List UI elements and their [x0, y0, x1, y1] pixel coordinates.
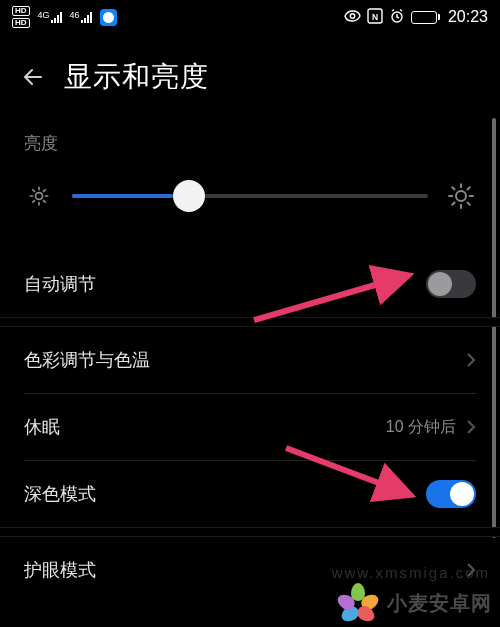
- color-temp-label: 色彩调节与色温: [24, 348, 150, 372]
- brightness-label: 亮度: [24, 132, 476, 155]
- brightness-low-icon: [24, 181, 54, 211]
- svg-point-0: [350, 13, 354, 17]
- back-button[interactable]: [20, 64, 46, 90]
- sleep-value: 10 分钟后: [386, 417, 456, 438]
- alarm-icon: [389, 8, 405, 27]
- row-sleep[interactable]: 休眠 10 分钟后: [24, 394, 476, 460]
- sleep-label: 休眠: [24, 415, 60, 439]
- svg-line-10: [44, 201, 46, 203]
- svg-point-13: [456, 191, 466, 201]
- dark-mode-toggle[interactable]: [426, 480, 476, 508]
- page-title: 显示和亮度: [64, 58, 209, 96]
- brightness-thumb[interactable]: [173, 180, 205, 212]
- svg-line-9: [33, 190, 35, 192]
- auto-brightness-label: 自动调节: [24, 272, 96, 296]
- row-color-temp[interactable]: 色彩调节与色温: [24, 327, 476, 393]
- chevron-right-icon: [466, 419, 476, 435]
- chevron-right-icon: [466, 352, 476, 368]
- row-auto-brightness[interactable]: 自动调节: [24, 251, 476, 317]
- status-left: HD HD 4G 46: [12, 6, 117, 28]
- hd-badge-2: HD: [12, 18, 30, 28]
- auto-brightness-toggle[interactable]: [426, 270, 476, 298]
- svg-line-12: [44, 190, 46, 192]
- watermark-url: www.xmsmiga.com: [332, 564, 490, 581]
- hd-badge-1: HD: [12, 6, 30, 16]
- brightness-slider-row: [24, 181, 476, 211]
- status-right: N 20:23: [344, 8, 488, 27]
- battery-icon: [411, 11, 440, 24]
- svg-point-4: [36, 193, 43, 200]
- status-time: 20:23: [448, 8, 488, 26]
- signal-1: 4G: [38, 11, 62, 23]
- dark-mode-label: 深色模式: [24, 482, 96, 506]
- svg-text:N: N: [372, 11, 378, 21]
- brightness-slider[interactable]: [72, 194, 428, 198]
- app-icon: [100, 9, 117, 26]
- watermark-text: 小麦安卓网: [387, 590, 492, 617]
- eye-comfort-label: 护眼模式: [24, 558, 96, 582]
- svg-line-20: [452, 203, 454, 205]
- svg-line-19: [468, 203, 470, 205]
- header: 显示和亮度: [0, 34, 500, 132]
- hd-badges: HD HD: [12, 6, 30, 28]
- brightness-high-icon: [446, 181, 476, 211]
- svg-line-11: [33, 201, 35, 203]
- svg-line-21: [468, 187, 470, 189]
- nfc-icon: N: [367, 8, 383, 27]
- watermark: 小麦安卓网: [333, 583, 492, 623]
- signal-2: 46: [70, 11, 92, 23]
- watermark-logo-icon: [333, 583, 381, 623]
- status-bar: HD HD 4G 46 N 20:23: [0, 0, 500, 34]
- svg-line-18: [452, 187, 454, 189]
- row-dark-mode[interactable]: 深色模式: [24, 461, 476, 527]
- eye-status-icon: [344, 10, 361, 25]
